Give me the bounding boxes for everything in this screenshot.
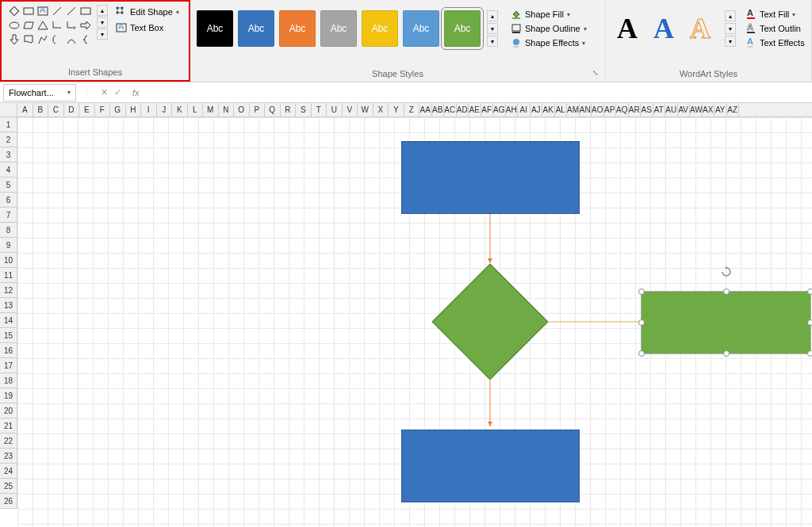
textbox-icon[interactable]: A [36,5,49,17]
column-header[interactable]: D [64,103,80,116]
rectangle-icon[interactable] [22,5,35,17]
shape-outline-button[interactable]: Shape Outline ▾ [508,21,590,36]
column-header[interactable]: AN [580,103,592,116]
row-header[interactable]: 13 [0,298,17,313]
column-header[interactable]: I [141,103,157,116]
edit-shape-button[interactable]: Edit Shape ▾ [113,5,182,19]
row-header[interactable]: 15 [0,328,17,343]
column-header[interactable]: AT [653,103,666,116]
column-header[interactable]: L [188,103,204,116]
column-header[interactable]: N [219,103,235,116]
row-header[interactable]: 7 [0,208,17,223]
bracket-icon[interactable] [51,33,63,46]
row-header[interactable]: 20 [0,403,17,418]
enter-icon[interactable]: ✓ [114,87,121,97]
column-header[interactable]: AP [604,103,617,116]
triangle-icon[interactable] [36,19,49,32]
oval-icon[interactable] [8,19,21,32]
row-header[interactable]: 21 [0,418,17,433]
resize-handle[interactable] [638,319,645,326]
row-header[interactable]: 19 [0,388,17,403]
dialog-launcher-icon[interactable]: ⤡ [592,69,602,78]
gallery-down-icon[interactable]: ▾ [97,17,108,28]
row-header[interactable]: 26 [0,494,17,509]
styles-up-icon[interactable]: ▴ [487,10,498,21]
select-all-corner[interactable] [0,103,17,116]
resize-handle[interactable] [807,319,812,326]
row-header[interactable]: 24 [0,464,17,479]
flowchart-process-2[interactable] [401,430,580,502]
column-header[interactable]: AV [678,103,691,116]
column-header[interactable]: J [157,103,173,116]
right-arrow-icon[interactable] [79,19,92,32]
column-header[interactable]: AU [665,103,678,116]
style-swatch-1[interactable]: Abc [238,10,274,47]
column-header[interactable]: W [358,103,373,116]
fx-icon[interactable]: fx [128,88,144,97]
column-header[interactable]: S [296,103,312,116]
resize-handle[interactable] [807,350,812,357]
row-header[interactable]: 12 [0,283,17,298]
text-box-button[interactable]: A Text Box [113,21,182,35]
column-header[interactable]: AE [469,103,481,116]
row-header[interactable]: 8 [0,223,17,238]
column-header[interactable]: AZ [727,103,740,116]
wordart-preset-1[interactable]: A [612,12,642,45]
down-arrow-icon[interactable] [8,33,21,46]
styles-down-icon[interactable]: ▾ [487,23,498,34]
row-header[interactable]: 16 [0,343,17,358]
column-header[interactable]: AW [690,103,703,116]
column-header[interactable]: B [33,103,49,116]
column-header[interactable]: AI [518,103,530,116]
grid-area[interactable] [17,117,812,527]
elbow-icon[interactable] [51,19,63,32]
row-header[interactable]: 3 [0,147,17,162]
text-outline-button[interactable]: A Text Outlin [742,21,808,36]
column-header[interactable]: AY [714,103,727,116]
styles-more-icon[interactable]: ▾ [487,36,498,47]
column-header[interactable]: AD [457,103,469,116]
row-header[interactable]: 18 [0,373,17,388]
row-header[interactable]: 10 [0,253,17,268]
brace-icon[interactable] [79,33,92,46]
elbow-arrow-icon[interactable] [65,19,78,32]
wordart-down-icon[interactable]: ▾ [725,23,736,34]
column-header[interactable]: AS [641,103,653,116]
column-header[interactable]: Y [389,103,404,116]
column-header[interactable]: E [79,103,95,116]
resize-handle[interactable] [638,288,645,295]
column-header[interactable]: AJ [530,103,543,116]
row-header[interactable]: 14 [0,313,17,328]
resize-handle[interactable] [723,350,730,357]
row-header[interactable]: 4 [0,162,17,178]
column-header[interactable]: AH [506,103,519,116]
flowchart-process-selected[interactable] [641,291,811,354]
style-swatch-6[interactable]: Abc [444,10,481,47]
column-header[interactable]: A [17,103,33,116]
column-header[interactable]: X [373,103,389,116]
rotate-handle-icon[interactable] [721,266,732,277]
row-header[interactable]: 6 [0,193,17,208]
shape-gallery[interactable]: A [8,5,92,46]
style-swatch-2[interactable]: Abc [279,10,316,47]
wordart-more-icon[interactable]: ▾ [725,36,736,47]
shape-effects-button[interactable]: Shape Effects ▾ [508,36,590,50]
column-header[interactable]: AF [481,103,494,116]
text-fill-button[interactable]: A Text Fill ▾ [742,7,808,21]
column-header[interactable]: AK [542,103,555,116]
name-box[interactable]: Flowchart... ▾ [3,84,76,101]
rectangle2-icon[interactable] [79,5,92,17]
row-header[interactable]: 9 [0,238,17,253]
style-swatch-0[interactable]: Abc [197,10,233,47]
column-header[interactable]: C [48,103,64,116]
arrow-line-icon[interactable] [65,5,78,17]
column-header[interactable]: V [343,103,358,116]
gallery-more-icon[interactable]: ▾ [97,29,108,40]
column-header[interactable]: AM [567,103,580,116]
shape-fill-button[interactable]: Shape Fill ▾ [508,7,590,21]
wordart-preset-3[interactable]: A [685,12,715,45]
style-swatch-5[interactable]: Abc [403,10,439,47]
column-header[interactable]: AA [419,103,432,116]
freeform-icon[interactable] [36,33,49,46]
column-header[interactable]: G [110,103,126,116]
